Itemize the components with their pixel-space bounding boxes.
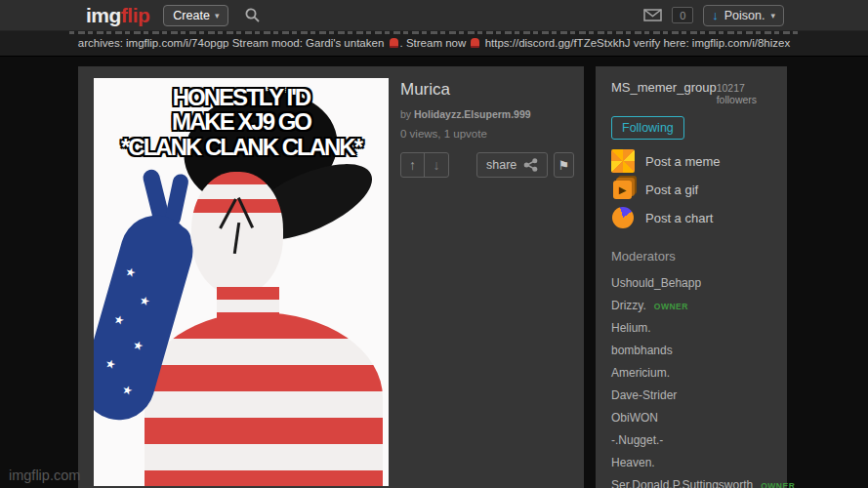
star-icon: ★	[103, 356, 117, 372]
share-button[interactable]: share	[476, 152, 548, 178]
post-a-gif-button[interactable]: ▶ Post a gif	[611, 178, 775, 201]
moderator-item[interactable]: bombhands	[611, 344, 775, 357]
siren-emoji-icon	[471, 38, 479, 48]
flag-icon: ⚑	[558, 158, 570, 173]
star-icon: ★	[124, 264, 138, 280]
page: imgflip Create ▾ 0 ↓ Poison. ▾	[0, 0, 868, 488]
post-controls: ↑ ↓ share ⚑	[400, 152, 574, 178]
up-arrow-icon: ↑	[409, 157, 416, 173]
post-byline: by Holidayzz.Elsuperm.999	[400, 108, 574, 120]
notification-count[interactable]: 0	[672, 7, 693, 23]
star-icon: ★	[131, 338, 145, 353]
action-label: Post a chart	[645, 211, 713, 225]
moderator-name: bombhands	[611, 344, 673, 357]
group-header: MS_memer_group 10217 followers	[611, 80, 775, 105]
star-icon: ★	[138, 293, 151, 308]
figure-head	[191, 172, 283, 295]
moderator-name: ObiWON	[611, 411, 658, 425]
group-sidebar: MS_memer_group 10217 followers Following…	[596, 66, 787, 488]
moderator-item[interactable]: Helium.	[611, 321, 775, 335]
following-button[interactable]: Following	[611, 116, 684, 140]
author-link[interactable]: Holidayzz.Elsuperm.999	[414, 108, 531, 120]
search-button[interactable]	[244, 7, 261, 23]
search-icon	[244, 7, 261, 23]
post-stats: 0 views, 1 upvote	[400, 128, 574, 140]
pinwheel-icon	[611, 149, 635, 173]
owner-badge: OWNER	[654, 302, 688, 311]
chevron-down-icon: ▾	[770, 11, 775, 20]
vote-group: ↑ ↓	[400, 152, 449, 178]
user-menu-button[interactable]: ↓ Poison. ▾	[703, 5, 784, 26]
siren-emoji-icon	[390, 38, 398, 48]
top-navbar: imgflip Create ▾ 0 ↓ Poison. ▾	[0, 0, 868, 31]
messages-button[interactable]	[643, 9, 662, 21]
post-a-meme-button[interactable]: Post a meme	[611, 149, 775, 173]
moderator-name: Ser.Donald.P.Suttingsworth	[611, 478, 753, 488]
meme-caption: HONESTLY I'D MAKE XJ9 GO *CLANK CLANK CL…	[94, 78, 389, 159]
action-label: Post a meme	[645, 154, 721, 169]
down-arrow-icon: ↓	[712, 9, 719, 21]
moderator-item[interactable]: Drizzy.OWNER	[611, 299, 775, 312]
figure-drawstring	[219, 198, 237, 228]
moderator-name: Drizzy.	[611, 299, 646, 312]
flag-button[interactable]: ⚑	[554, 152, 574, 178]
star-icon: ★	[120, 383, 134, 398]
clipped-text-line	[69, 31, 799, 34]
create-button[interactable]: Create ▾	[163, 5, 228, 26]
action-label: Post a gif	[645, 183, 698, 197]
group-name-link[interactable]: MS_memer_group	[611, 80, 717, 95]
stream-description-text: archives: imgflip.com/i/74opgp Stream mo…	[0, 37, 868, 49]
imgflip-watermark: imgflip.com	[9, 468, 80, 483]
figure-striped-torso	[145, 312, 383, 486]
moderator-item[interactable]: Heaven.	[611, 456, 775, 469]
meme-caption-line: *CLANK CLANK CLANK*	[94, 135, 389, 159]
pie-chart-icon	[612, 207, 634, 228]
by-label: by	[400, 108, 411, 120]
banner-segment-3: https://discord.gg/fTZeStxkhJ verify her…	[481, 37, 790, 49]
star-icon: ★	[112, 312, 126, 328]
moderator-name: Helium.	[611, 321, 651, 335]
post-a-chart-button[interactable]: Post a chart	[611, 206, 775, 229]
gif-stack-icon: ▶	[613, 181, 632, 199]
down-arrow-icon: ↓	[434, 157, 440, 173]
moderator-item[interactable]: Americium.	[611, 366, 775, 380]
post-title: Murica	[400, 80, 574, 100]
banner-segment-2: . Stream now	[400, 37, 470, 49]
imgflip-logo[interactable]: imgflip	[86, 4, 149, 27]
share-nodes-icon	[523, 158, 538, 172]
stream-description-banner: archives: imgflip.com/i/74opgp Stream mo…	[0, 31, 868, 57]
meme-caption-line: HONESTLY I'D	[94, 85, 389, 109]
post-info: Murica by Holidayzz.Elsuperm.999 0 views…	[400, 80, 574, 178]
logo-text-flip: flip	[121, 4, 150, 26]
meme-image: HONESTLY I'D MAKE XJ9 GO *CLANK CLANK CL…	[94, 78, 389, 486]
banner-segment-1: archives: imgflip.com/i/74opgp Stream mo…	[78, 37, 388, 49]
username-label: Poison.	[724, 9, 765, 22]
downvote-button[interactable]: ↓	[425, 153, 448, 177]
share-label: share	[486, 158, 517, 172]
moderator-name: Ushould_Behapp	[611, 276, 701, 290]
moderator-item[interactable]: Dave-Strider	[611, 388, 775, 402]
envelope-icon	[643, 9, 662, 21]
moderator-item[interactable]: -.Nugget.-	[611, 433, 775, 447]
post-card: HONESTLY I'D MAKE XJ9 GO *CLANK CLANK CL…	[78, 66, 584, 488]
upvote-button[interactable]: ↑	[401, 153, 425, 177]
chevron-down-icon: ▾	[215, 11, 220, 20]
navbar-right: 0 ↓ Poison. ▾	[643, 5, 784, 26]
moderator-name: Heaven.	[611, 456, 655, 469]
moderator-name: -.Nugget.-	[611, 433, 663, 447]
moderator-item[interactable]: ObiWON	[611, 411, 775, 425]
moderator-name: Dave-Strider	[611, 388, 677, 402]
moderator-name: Americium.	[611, 366, 670, 380]
logo-text-img: img	[86, 4, 121, 26]
moderators-heading: Moderators	[611, 249, 775, 264]
figure-drawstring	[233, 223, 240, 254]
create-label: Create	[173, 9, 210, 22]
meme-caption-line: MAKE XJ9 GO	[94, 109, 389, 134]
moderator-item[interactable]: Ushould_Behapp	[611, 276, 775, 290]
moderator-item[interactable]: Ser.Donald.P.SuttingsworthOWNER	[611, 478, 775, 488]
followers-count: 10217 followers	[717, 82, 775, 105]
owner-badge: OWNER	[761, 481, 795, 488]
